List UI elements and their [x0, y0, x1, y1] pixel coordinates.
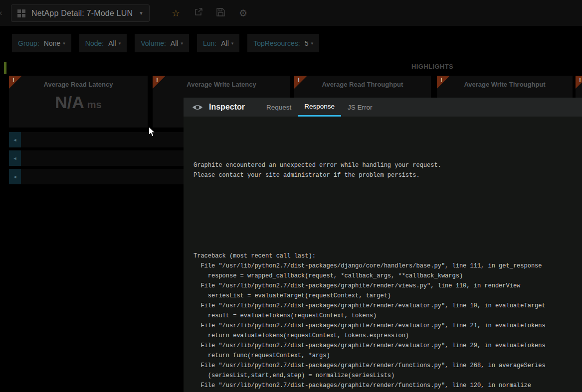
filter-value: 5: [305, 39, 309, 47]
dashboard-page: « NetApp Detail: 7-Mode LUN ▾ ☆ ⚙ Group:…: [0, 0, 582, 392]
inspector-header: Inspector Request Response JS Error: [184, 98, 582, 117]
chevron-down-icon: ▾: [119, 41, 121, 46]
filter-lun[interactable]: Lun: All ▾: [197, 34, 239, 52]
gear-icon[interactable]: ⚙: [232, 7, 254, 19]
dashboard-title: NetApp Detail: 7-Mode LUN: [31, 9, 133, 18]
stat-number: N/A: [55, 93, 84, 112]
inspector-title: Inspector: [209, 103, 245, 112]
row-title-highlights: HIGHLIGHTS: [383, 63, 482, 70]
triangle-left-icon: ◄: [13, 156, 17, 161]
filter-value: All: [108, 39, 116, 47]
chevron-down-icon: ▾: [231, 41, 234, 46]
row-expand-button[interactable]: ◄: [9, 169, 21, 184]
filter-value: None: [44, 39, 60, 47]
filter-group[interactable]: Group: None ▾: [12, 34, 71, 52]
exclamation-icon: !: [579, 77, 581, 84]
filter-label: Group:: [18, 39, 39, 47]
stat-unit: ms: [87, 99, 102, 110]
filter-topresources[interactable]: TopResources: 5 ▾: [247, 34, 319, 52]
inspector-modal: Inspector Request Response JS Error Grap…: [184, 98, 582, 392]
tab-response[interactable]: Response: [298, 98, 341, 117]
row-expand-button[interactable]: ◄: [9, 132, 21, 147]
dashboard-title-button[interactable]: NetApp Detail: 7-Mode LUN ▾: [11, 4, 150, 22]
chevron-down-icon: ▾: [181, 41, 183, 46]
row-collapse-marker[interactable]: [4, 62, 6, 74]
graphite-error-message: Graphite encountered an unexpected error…: [194, 160, 441, 180]
python-traceback: Traceback (most recent call last): File …: [194, 251, 546, 391]
template-variable-row: Group: None ▾ Node: All ▾ Volume: All ▾ …: [12, 34, 319, 52]
filter-label: Node:: [85, 39, 104, 47]
eye-icon: [192, 98, 203, 117]
chevron-down-icon: ▾: [63, 41, 65, 46]
panel-stat-value: N/Ams: [9, 93, 148, 112]
triangle-left-icon: ◄: [13, 137, 17, 142]
topbar-actions: ☆ ⚙: [165, 0, 254, 26]
filter-value: All: [221, 39, 229, 47]
tab-js-error[interactable]: JS Error: [341, 98, 379, 117]
filter-label: Lun:: [203, 39, 216, 47]
panel-title[interactable]: Average Write Latency: [153, 81, 290, 88]
panel-average-read-latency: ! Average Read Latency N/Ams: [9, 76, 148, 128]
triangle-left-icon: ◄: [13, 174, 17, 179]
tab-request[interactable]: Request: [260, 98, 298, 117]
panel-title[interactable]: Average Write Throughput: [437, 81, 573, 88]
filter-volume[interactable]: Volume: All ▾: [135, 34, 189, 52]
sidebar-toggle-icon[interactable]: «: [0, 8, 2, 18]
filter-node[interactable]: Node: All ▾: [79, 34, 127, 52]
panel-title[interactable]: Average Read Latency: [9, 81, 148, 88]
top-navbar: « NetApp Detail: 7-Mode LUN ▾ ☆ ⚙: [0, 0, 582, 26]
chevron-down-icon: ▾: [140, 10, 143, 16]
chevron-down-icon: ▾: [311, 41, 313, 46]
save-icon[interactable]: [209, 8, 232, 18]
filter-value: All: [171, 39, 179, 47]
filter-label: TopResources:: [253, 39, 300, 47]
filter-label: Volume:: [141, 39, 166, 47]
star-favorite-icon[interactable]: ☆: [165, 7, 187, 19]
share-icon[interactable]: [187, 7, 209, 18]
dashboard-grid-icon: [17, 9, 25, 17]
inspector-tabs: Request Response JS Error: [260, 98, 379, 117]
mouse-cursor: [148, 127, 156, 139]
row-expand-button[interactable]: ◄: [9, 150, 21, 166]
panel-title[interactable]: Average Read Throughput: [294, 81, 431, 88]
